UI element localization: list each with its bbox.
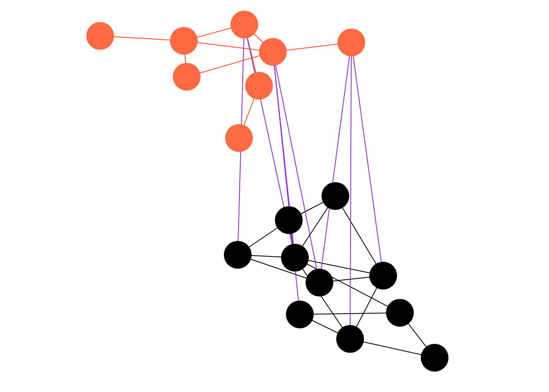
node-orange	[86, 22, 114, 50]
node-orange	[173, 63, 201, 91]
node-black	[421, 344, 449, 372]
node-black	[321, 182, 349, 210]
edge-black	[335, 196, 383, 276]
edge-purple	[273, 52, 300, 314]
edges-group	[100, 24, 435, 358]
node-black	[386, 299, 414, 327]
node-black	[306, 269, 333, 296]
nodes-group	[86, 11, 449, 372]
node-orange	[259, 38, 287, 66]
node-black	[369, 262, 397, 290]
node-orange	[170, 27, 198, 55]
node-black	[336, 325, 364, 353]
node-black	[224, 241, 252, 269]
node-orange	[225, 124, 253, 152]
node-black	[286, 301, 314, 328]
graph-canvas	[0, 0, 549, 392]
edge-purple	[351, 42, 383, 276]
node-orange	[245, 72, 273, 100]
edge-purple	[350, 42, 351, 339]
node-black	[275, 206, 303, 234]
node-black	[281, 244, 309, 272]
edge-purple	[319, 42, 351, 283]
node-orange	[230, 11, 258, 38]
node-orange	[337, 29, 365, 56]
